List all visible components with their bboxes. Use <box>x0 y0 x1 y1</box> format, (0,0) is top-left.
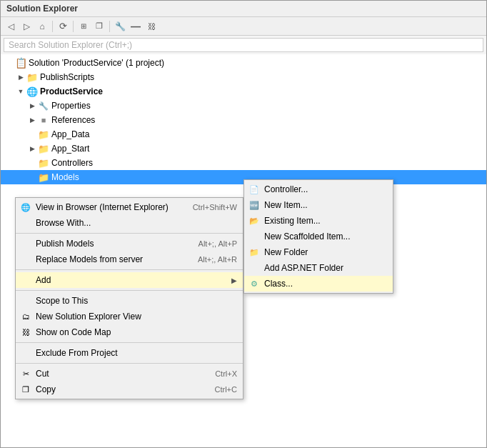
expander-references: ▶ <box>26 114 38 126</box>
new-folder-icon: 📁 <box>248 247 260 258</box>
divider-3 <box>16 290 243 291</box>
explorer-icon: 🗂 <box>20 311 31 322</box>
submenu-controller[interactable]: 📄 Controller... <box>244 181 393 197</box>
submenu-class-label: Class... <box>264 279 293 289</box>
references-label: References <box>51 115 95 125</box>
submenu-new-scaffolded[interactable]: New Scaffolded Item... <box>244 229 393 244</box>
menu-browse-with[interactable]: Browse With... <box>16 215 243 231</box>
menu-copy-label: Copy <box>36 384 56 394</box>
divider-4 <box>16 342 243 343</box>
menu-show-code-map[interactable]: ⛓ Show on Code Map <box>16 324 243 340</box>
menu-publish-models[interactable]: Publish Models Alt+;, Alt+P <box>16 236 243 252</box>
submenu-new-scaffolded-label: New Scaffolded Item... <box>264 232 351 242</box>
references-icon: ■ <box>38 114 49 126</box>
publishscripts-label: PublishScripts <box>40 72 94 82</box>
tree-item-references[interactable]: ▶ ■ References <box>1 113 486 127</box>
expander-properties: ▶ <box>26 100 38 111</box>
submenu-class[interactable]: ⚙ Class... <box>244 276 393 292</box>
properties-label: Properties <box>51 101 91 111</box>
home-btn[interactable]: ⌂ <box>35 19 49 34</box>
submenu-arrow: ▶ <box>231 277 237 284</box>
menu-view-browser[interactable]: 🌐 View in Browser (Internet Explorer) Ct… <box>16 199 243 215</box>
submenu-new-item-label: New Item... <box>264 200 308 210</box>
menu-publish-shortcut: Alt+;, Alt+P <box>199 239 237 248</box>
menu-replace-models[interactable]: Replace Models from server Alt+;, Alt+R <box>16 252 243 267</box>
submenu-existing-item-label: Existing Item... <box>264 216 321 226</box>
menu-show-code-map-label: Show on Code Map <box>36 327 111 337</box>
codemap-icon: ⛓ <box>20 327 31 338</box>
menu-new-solution-label: New Solution Explorer View <box>36 312 141 322</box>
settings-btn[interactable]: ⊞ <box>76 19 91 34</box>
appdata-icon: 📁 <box>38 129 49 140</box>
copy-btn[interactable]: ❐ <box>92 19 106 34</box>
submenu-existing-item[interactable]: 📂 Existing Item... <box>244 213 393 229</box>
tree-item-properties[interactable]: ▶ 🔧 Properties <box>1 99 486 113</box>
expander-solution <box>4 57 15 69</box>
appdata-label: App_Data <box>51 129 89 139</box>
class-icon: ⚙ <box>248 278 260 289</box>
expander-controllers <box>26 157 38 169</box>
menu-cut[interactable]: ✂ Cut Ctrl+X <box>16 366 243 382</box>
browser-icon: 🌐 <box>20 201 31 213</box>
submenu-controller-label: Controller... <box>264 184 308 194</box>
menu-view-browser-shortcut: Ctrl+Shift+W <box>193 203 237 211</box>
menu-add-label: Add <box>36 275 51 285</box>
menu-add[interactable]: Add ▶ <box>16 272 243 288</box>
graph-btn[interactable]: ⛓ <box>144 19 159 34</box>
context-menu: 🌐 View in Browser (Internet Explorer) Ct… <box>15 197 244 399</box>
cut-icon: ✂ <box>20 368 31 379</box>
search-placeholder: Search Solution Explorer (Ctrl+;) <box>9 40 132 50</box>
wrench-btn[interactable]: 🔧 <box>113 19 127 34</box>
divider-5 <box>16 363 243 364</box>
controller-icon: 📄 <box>248 184 260 195</box>
toolbar-sep-1 <box>52 21 53 32</box>
expander-publishscripts: ▶ <box>15 71 26 83</box>
menu-copy[interactable]: ❐ Copy Ctrl+C <box>16 382 243 397</box>
tree-item-appstart[interactable]: ▶ 📁 App_Start <box>1 141 486 156</box>
menu-replace-models-label: Replace Models from server <box>36 254 143 264</box>
models-label: Models <box>51 172 79 182</box>
menu-new-solution-explorer[interactable]: 🗂 New Solution Explorer View <box>16 309 243 324</box>
menu-scope-label: Scope to This <box>36 296 88 306</box>
menu-cut-label: Cut <box>36 369 49 379</box>
controllers-icon: 📁 <box>38 157 49 169</box>
submenu-new-item[interactable]: 🆕 New Item... <box>244 197 393 213</box>
tree-item-appdata[interactable]: 📁 App_Data <box>1 127 486 141</box>
new-item-icon: 🆕 <box>248 199 260 211</box>
expander-models <box>26 171 38 183</box>
menu-scope-to-this[interactable]: Scope to This <box>16 293 243 309</box>
tree-item-publishscripts[interactable]: ▶ 📁 PublishScripts <box>1 70 486 84</box>
menu-browse-with-label: Browse With... <box>36 218 91 228</box>
solution-explorer-window: Solution Explorer ◁ ▷ ⌂ ⟳ ⊞ ❐ 🔧 — ⛓ Sear… <box>0 0 487 448</box>
tree-area: 📋 Solution 'ProductService' (1 project) … <box>1 54 486 447</box>
menu-view-browser-label: View in Browser (Internet Explorer) <box>36 202 169 212</box>
submenu: 📄 Controller... 🆕 New Item... 📂 Existing… <box>244 179 393 294</box>
submenu-add-aspnet[interactable]: Add ASP.NET Folder <box>244 260 393 276</box>
submenu-add-aspnet-label: Add ASP.NET Folder <box>264 263 343 273</box>
menu-replace-shortcut: Alt+;, Alt+R <box>198 255 237 264</box>
appstart-label: App_Start <box>51 144 89 154</box>
back-btn[interactable]: ◁ <box>4 19 18 34</box>
sync-btn[interactable]: ⟳ <box>56 19 70 34</box>
menu-cut-shortcut: Ctrl+X <box>215 369 237 378</box>
menu-exclude[interactable]: Exclude From Project <box>16 345 243 361</box>
tree-item-solution[interactable]: 📋 Solution 'ProductService' (1 project) <box>1 56 486 70</box>
toolbar-sep-2 <box>73 21 74 32</box>
publishscripts-icon: 📁 <box>26 71 38 83</box>
forward-btn[interactable]: ▷ <box>19 19 34 34</box>
controllers-label: Controllers <box>51 158 93 168</box>
search-bar[interactable]: Search Solution Explorer (Ctrl+;) <box>4 38 483 52</box>
submenu-new-folder-label: New Folder <box>264 247 308 257</box>
tree-item-productservice[interactable]: ▼ 🌐 ProductService <box>1 84 486 99</box>
expander-appdata <box>26 129 38 140</box>
submenu-new-folder[interactable]: 📁 New Folder <box>244 244 393 260</box>
existing-item-icon: 📂 <box>248 215 260 227</box>
properties-icon: 🔧 <box>38 100 49 111</box>
expander-appstart: ▶ <box>26 143 38 154</box>
divider-1 <box>16 233 243 234</box>
copy-icon: ❐ <box>20 384 31 395</box>
expander-productservice: ▼ <box>15 86 26 97</box>
minus-btn[interactable]: — <box>129 19 143 34</box>
tree-item-controllers[interactable]: 📁 Controllers <box>1 156 486 170</box>
productservice-icon: 🌐 <box>26 86 38 97</box>
